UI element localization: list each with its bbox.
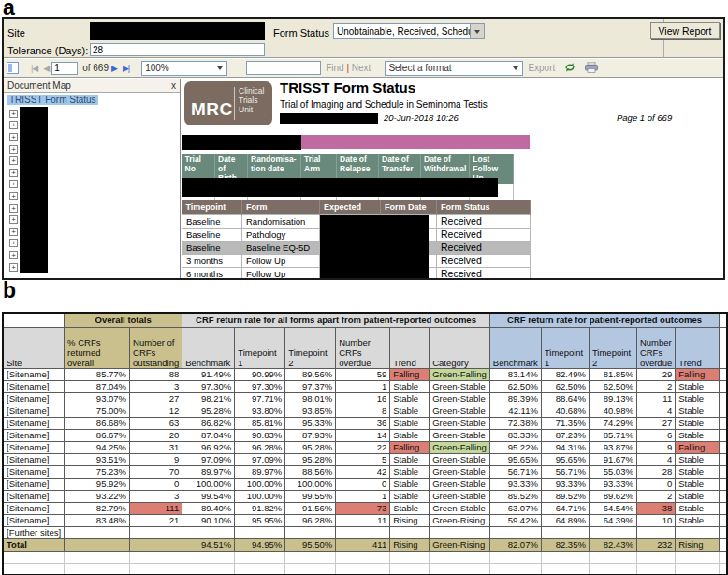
table-cell: 95.28%: [182, 405, 235, 417]
table-cell: [676, 551, 720, 563]
table-cell: 86.67%: [65, 429, 130, 441]
table-cell: 1: [336, 490, 390, 502]
expand-icon[interactable]: +: [9, 180, 18, 188]
document-map-item[interactable]: +: [9, 249, 18, 261]
document-map-item[interactable]: +: [9, 261, 18, 273]
table-cell: [Sitename]: [3, 417, 65, 429]
panel-b-label: b: [3, 278, 16, 303]
expand-icon[interactable]: +: [9, 215, 18, 224]
table-cell: 95.28%: [285, 453, 336, 465]
form-status-dropdown[interactable]: Unobtainable, Received, Schedu: [333, 23, 485, 39]
table-cell: 81.85%: [589, 368, 636, 380]
find-link[interactable]: Find: [326, 63, 343, 73]
table-cell: 93.07%: [65, 392, 130, 405]
table-cell: 64.39%: [589, 514, 636, 526]
tolerance-label: Tolerance (Days):: [7, 45, 88, 56]
tolerance-input[interactable]: [90, 43, 265, 56]
export-link[interactable]: Export: [528, 63, 555, 73]
expand-icon[interactable]: +: [9, 204, 18, 213]
table-cell: [Sitename]: [3, 490, 65, 502]
table-cell: 85.71%: [589, 429, 636, 441]
expand-icon[interactable]: +: [9, 263, 18, 272]
table-cell: [489, 526, 541, 538]
table-cell: Stable: [676, 405, 720, 417]
page-number-input[interactable]: [51, 62, 78, 75]
document-map-item[interactable]: +: [9, 155, 18, 167]
table-cell: 4: [636, 453, 675, 465]
close-icon[interactable]: x: [171, 81, 176, 91]
table-cell: Stable: [676, 490, 720, 502]
document-map-item[interactable]: +: [9, 190, 18, 202]
table-cell: [Sitename]: [3, 478, 65, 490]
export-format-select[interactable]: Select a format: [385, 61, 523, 76]
document-map-item[interactable]: +: [9, 120, 18, 132]
table-cell: Green-Stable: [430, 392, 490, 405]
column-header: Benchmark: [182, 327, 235, 368]
expand-icon[interactable]: +: [9, 133, 18, 141]
table-cell: 93.22%: [65, 490, 130, 502]
table-cell: [65, 551, 130, 563]
table-cell: [Further sites]: [3, 526, 65, 538]
table-cell: 59: [336, 368, 390, 380]
document-map-item[interactable]: +: [9, 179, 18, 191]
expand-icon[interactable]: +: [9, 156, 18, 165]
table-cell: [541, 551, 589, 563]
expand-icon[interactable]: +: [9, 192, 18, 200]
document-map-item[interactable]: +: [9, 108, 18, 120]
document-map-item[interactable]: +: [9, 214, 18, 226]
expand-icon[interactable]: +: [9, 110, 18, 118]
next-link[interactable]: Next: [352, 63, 371, 73]
zoom-select[interactable]: 100%: [141, 61, 227, 76]
document-map-toggle-icon[interactable]: [7, 62, 19, 74]
spacer-cell: [720, 526, 727, 538]
expand-icon[interactable]: +: [9, 121, 18, 129]
dropdown-arrow-icon[interactable]: [470, 24, 484, 38]
first-page-icon[interactable]: |◀: [28, 64, 40, 73]
site-data-row: [Sitename]86.67%2087.04%90.83%87.93%14St…: [3, 429, 727, 441]
expand-icon[interactable]: +: [9, 239, 18, 247]
table-cell: [Sitename]: [3, 441, 65, 453]
table-cell: Green-Stable: [430, 465, 490, 478]
document-map-item[interactable]: +: [9, 131, 18, 143]
table-cell: 55.03%: [589, 465, 636, 478]
find-input[interactable]: [246, 61, 321, 75]
column-header: Timepoint 2: [285, 327, 336, 368]
print-icon[interactable]: [585, 62, 598, 75]
expand-icon[interactable]: +: [9, 145, 18, 154]
refresh-icon[interactable]: [564, 62, 575, 75]
document-map-item[interactable]: +: [9, 202, 18, 214]
document-map-selected-item[interactable]: TRISST Form Status: [7, 95, 98, 105]
next-page-icon[interactable]: ▶: [109, 64, 120, 73]
last-page-icon[interactable]: ▶|: [120, 64, 132, 73]
table-cell: [336, 563, 390, 575]
table-cell: Follow Up: [242, 267, 320, 278]
view-report-button[interactable]: View Report: [650, 22, 720, 39]
logo-divider: [234, 87, 235, 120]
page-count-label: of 669: [82, 63, 109, 73]
document-map-item[interactable]: +: [9, 167, 18, 179]
spacer-cell: [720, 405, 727, 417]
table-cell: 89.62%: [589, 490, 636, 502]
expand-icon[interactable]: +: [9, 228, 18, 236]
table-cell: Stable: [676, 380, 720, 392]
previous-page-icon[interactable]: ◀: [40, 64, 51, 73]
expand-icon[interactable]: +: [9, 251, 18, 259]
chevron-down-icon[interactable]: [212, 63, 226, 73]
table-cell: Green-Stable: [430, 502, 490, 514]
document-map-item[interactable]: +: [9, 143, 18, 155]
document-map-item[interactable]: +: [9, 238, 18, 250]
table-cell: [285, 551, 336, 563]
table-cell: 96.28%: [285, 514, 336, 526]
chevron-down-icon[interactable]: [508, 63, 522, 73]
table-cell: 91.49%: [182, 368, 235, 380]
table-cell: Green-Rising: [430, 514, 490, 526]
expand-icon[interactable]: +: [9, 169, 18, 177]
table-cell: [235, 563, 285, 575]
document-map-item[interactable]: +: [9, 226, 18, 238]
site-data-row: [Sitename]87.04%397.30%97.30%97.37%1Stab…: [3, 380, 727, 392]
table-cell: Stable: [390, 405, 430, 417]
table-cell: 91.56%: [285, 502, 336, 514]
table-cell: [Sitename]: [3, 380, 65, 392]
table-cell: 93.80%: [235, 405, 285, 417]
table-cell: 95.65%: [541, 453, 589, 465]
